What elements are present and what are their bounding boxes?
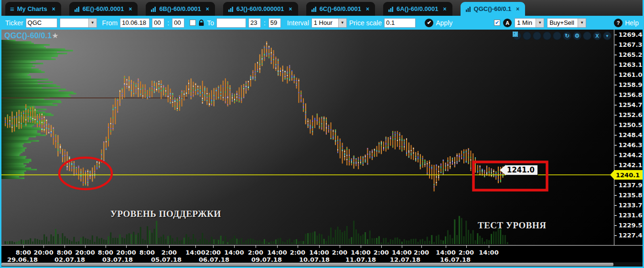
current-price-value: 1240.1 xyxy=(614,170,644,180)
tab-label: 6E()-60/0.0001 xyxy=(83,5,124,12)
auto-scale-icon[interactable]: A xyxy=(503,19,512,27)
callout-arrow-icon xyxy=(500,165,506,175)
close-x-icon[interactable]: X xyxy=(593,32,601,40)
chevron-down-icon[interactable]: ▼ xyxy=(578,19,586,27)
to-date-input[interactable] xyxy=(216,18,246,28)
interval-dropdown[interactable]: 1 Hour ▼ xyxy=(311,18,347,28)
to-minute-input[interactable] xyxy=(268,18,281,28)
to-hour-input[interactable] xyxy=(248,18,261,28)
chevron-down-icon[interactable]: ▼ xyxy=(88,19,97,27)
price-chart-canvas xyxy=(1,30,614,245)
minute-interval-dropdown[interactable]: 1 Min ▼ xyxy=(515,18,544,28)
range-checkbox[interactable] xyxy=(190,20,196,26)
time-tick-mark xyxy=(361,246,361,248)
symbol-dropdown-value xyxy=(60,19,88,27)
from-date-input[interactable] xyxy=(120,18,150,28)
apply-label: Apply xyxy=(436,19,452,27)
price-tick-label: -1244.2 xyxy=(614,151,643,159)
tab-label: 6C()-60/0.0001 xyxy=(320,5,361,12)
time-tick-mark xyxy=(23,246,24,248)
price-axis[interactable]: -1269.4-1267.3-1265.2-1263.1-1261.0-1258… xyxy=(614,30,643,245)
close-icon[interactable]: × xyxy=(52,6,55,12)
price-tick-label: -1246.3 xyxy=(614,141,643,149)
auto-update-checkbox[interactable]: ✔ xyxy=(494,20,500,26)
grid-icon[interactable] xyxy=(543,32,551,40)
help-button[interactable]: ? Help xyxy=(614,19,639,27)
time-axis[interactable]: 8:0020:008:0020:008:0020:008:002:0014:00… xyxy=(1,245,643,262)
time-tick-mark xyxy=(234,246,235,248)
ticker-input[interactable] xyxy=(26,18,57,28)
price-tick-label: -1250.5 xyxy=(614,121,643,129)
close-icon[interactable]: × xyxy=(129,6,132,12)
volume-histogram xyxy=(5,216,508,244)
time-tick-label: 8:00 xyxy=(57,249,72,256)
price-tick-label: -1265.2 xyxy=(614,51,643,58)
chevron-down-icon[interactable]: ▼ xyxy=(536,19,544,27)
price-tick-label: -1227.4 xyxy=(614,232,643,239)
tab-6j-60-0-000001[interactable]: 6J()-60/0.000001× xyxy=(223,2,298,16)
price-tick-label: -1229.5 xyxy=(614,222,643,229)
close-icon[interactable]: × xyxy=(289,6,292,12)
callout-value: 1241.0 xyxy=(506,165,538,175)
close-icon[interactable]: × xyxy=(443,6,447,12)
expand-icon[interactable] xyxy=(583,32,591,40)
tab-qgc-60-0-1[interactable]: QGC()-60/0.1× xyxy=(461,2,526,16)
menu-icon: ≡ xyxy=(10,5,14,12)
close-icon[interactable]: × xyxy=(206,6,209,12)
time-tick-mark xyxy=(381,246,382,248)
price-scale-input[interactable] xyxy=(384,18,416,28)
time-tick-label: 8:00 xyxy=(98,249,113,256)
time-tick-label: 14:00 xyxy=(436,249,455,256)
tab-6a-60-0-0001[interactable]: 6A()-60/0.0001× xyxy=(383,2,452,16)
test-level-annotation: ТЕСТ УРОВНЯ xyxy=(478,220,546,231)
time-tick-label: 14:00 xyxy=(309,249,329,256)
current-price-tag: 1240.1 xyxy=(610,170,644,180)
zoom-out-icon[interactable] xyxy=(533,32,541,40)
scrollbar-thumb[interactable] xyxy=(1,263,613,266)
interval-dropdown-value: 1 Hour xyxy=(312,19,338,27)
price-tick-label: -1252.6 xyxy=(614,111,643,118)
time-tick-mark xyxy=(466,246,467,248)
chart-plot[interactable]: QGC()-60/0.1★ ↻⚙X▼ УРОВЕНЬ ПОДДЕРЖКИ ТЕС… xyxy=(1,30,614,245)
bar-chart-icon xyxy=(465,6,471,12)
gear-icon[interactable]: ⚙ xyxy=(573,32,581,40)
time-tick-mark xyxy=(169,246,170,248)
favorite-star-icon[interactable]: ★ xyxy=(52,32,59,40)
buysell-dropdown[interactable]: Buy+Sell ▼ xyxy=(547,18,586,28)
symbol-dropdown[interactable]: ▼ xyxy=(60,18,97,28)
from-hour-input[interactable] xyxy=(152,18,164,28)
apply-button[interactable]: ✔ Apply xyxy=(425,19,452,27)
horizontal-scrollbar[interactable] xyxy=(1,262,643,267)
time-tick-label: 2:00 xyxy=(414,249,429,256)
lock-icon[interactable] xyxy=(198,20,204,26)
price-tick-label: -1267.3 xyxy=(614,41,643,48)
close-icon[interactable]: × xyxy=(516,6,519,12)
time-tick-label: 20:00 xyxy=(75,249,95,256)
price-tick-label: -1269.4 xyxy=(614,31,643,38)
price-tick-label: -1231.6 xyxy=(614,212,643,219)
close-icon[interactable]: × xyxy=(366,6,369,12)
tab-6b-60-0-0001[interactable]: 6B()-60/0.0001× xyxy=(146,2,215,16)
time-tick-mark xyxy=(489,246,489,248)
bar-chart-icon xyxy=(228,6,234,12)
chevron-down-icon[interactable]: ▼ xyxy=(338,19,346,27)
chart-main-area: QGC()-60/0.1★ ↻⚙X▼ УРОВЕНЬ ПОДДЕРЖКИ ТЕС… xyxy=(1,30,643,245)
refresh-icon[interactable]: ↻ xyxy=(563,32,571,40)
bar-chart-icon xyxy=(74,6,80,12)
zoom-in-icon[interactable] xyxy=(523,32,531,40)
question-icon: ? xyxy=(614,19,623,27)
time-tick-label: 2:00 xyxy=(459,249,474,256)
tab-my-charts[interactable]: ≡My Charts× xyxy=(5,2,61,16)
collapse-icon[interactable]: ▼ xyxy=(603,32,612,40)
time-tick-mark xyxy=(43,246,44,248)
price-tick-label: -1242.1 xyxy=(614,161,643,169)
price-tick-label: -1254.7 xyxy=(614,101,643,108)
tab-6e-60-0-0001[interactable]: 6E()-60/0.0001× xyxy=(69,2,138,16)
price-tick-label: -1256.8 xyxy=(614,91,643,98)
time-tick-mark xyxy=(340,246,340,248)
minute-dropdown-value: 1 Min xyxy=(515,19,536,27)
from-minute-input[interactable] xyxy=(172,18,184,28)
tab-label: 6B()-60/0.0001 xyxy=(159,5,201,12)
tab-6c-60-0-0001[interactable]: 6C()-60/0.0001× xyxy=(306,2,375,16)
pencil-icon[interactable] xyxy=(553,32,561,40)
